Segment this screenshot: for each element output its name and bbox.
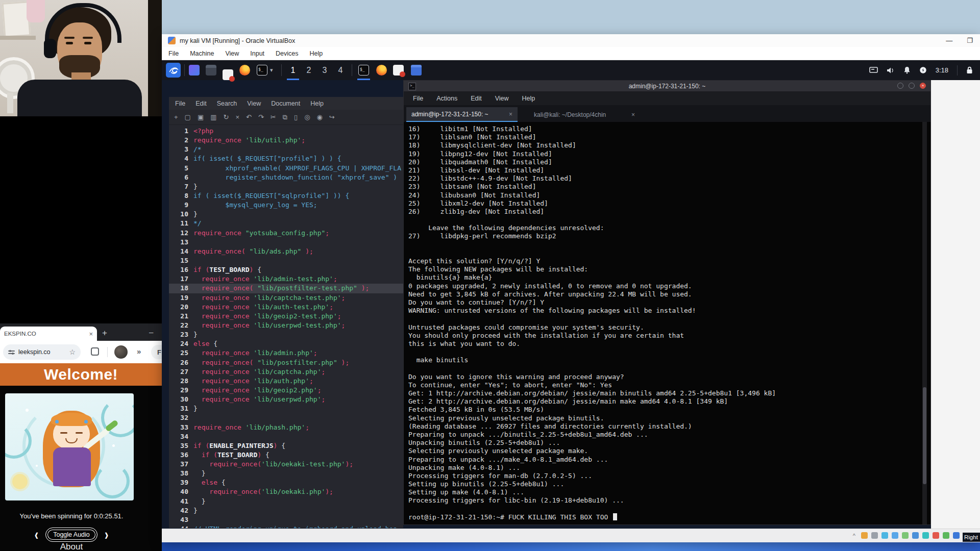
code-line-23[interactable]: 23} [169,330,403,339]
editor-toolbar-search-icon[interactable]: ◎ [304,113,310,121]
clipped-toolbar-button[interactable]: F [151,345,162,359]
app-launcher-icon[interactable] [189,65,200,76]
code-line-41[interactable]: 41 } [169,497,403,506]
vbox-menu-view[interactable]: View [225,50,239,57]
code-line-20[interactable]: 20 require_once 'lib/auth-test.php'; [169,303,403,312]
terminal-menu-file[interactable]: File [413,95,423,102]
vbox-menu-help[interactable]: Help [310,50,323,57]
editor-toolbar-paste-icon[interactable]: ▯ [294,113,298,121]
window-button-editor[interactable] [393,65,404,76]
code-line-4[interactable]: 4if( isset( $_REQUEST["profile"] ) ) { [169,154,403,163]
extensions-icon[interactable] [91,347,99,356]
code-line-44[interactable]: 44// HTML rendering unique to imgboard a… [169,524,403,528]
previous-arrow-button[interactable]: ‹ [35,527,38,543]
editor-toolbar-revert-icon[interactable]: ↻ [223,113,229,121]
text-editor-icon[interactable] [223,69,233,80]
code-line-26[interactable]: 26 require_once( "lib/postfilter.php" ); [169,358,403,367]
editor-toolbar-save-icon[interactable]: ▣ [198,113,204,121]
terminal-tab-kali[interactable]: kali@kali: ~/Desktop/4chin × [529,107,640,122]
terminal-scrollbar[interactable] [922,122,927,524]
workspace-4[interactable]: 4 [333,60,348,80]
terminal-minimize-button[interactable] [897,83,903,89]
code-line-35[interactable]: 35if (ENABLE_PAINTERJS) { [169,441,403,450]
code-line-12[interactable]: 12require_once "yotsuba_config.php"; [169,229,403,238]
browser-minimize-button[interactable]: – [149,328,153,336]
terminal-titlebar[interactable]: >_ admin@ip-172-31-21-150: ~ × [404,81,930,91]
code-line-32[interactable]: 32 [169,413,403,422]
overflow-chevron-icon[interactable]: » [137,347,141,356]
code-line-16[interactable]: 16if (TEST_BOARD) { [169,265,403,274]
vbox-recording-icon[interactable] [933,532,939,539]
editor-toolbar-replace-icon[interactable]: ◉ [317,113,323,121]
code-line-42[interactable]: 42} [169,506,403,515]
site-settings-icon[interactable] [8,349,15,355]
vbox-menu-devices[interactable]: Devices [276,50,298,57]
code-line-38[interactable]: 38 } [169,469,403,478]
code-line-18[interactable]: 18 require_once( "lib/postfilter-test.ph… [169,284,403,293]
terminal-prompt-line[interactable]: root@ip-172-31-21-150:~# FUCK KILLING TH… [408,513,930,521]
terminal-close-button[interactable]: × [920,83,926,89]
window-button-firefox[interactable] [376,65,387,76]
code-line-19[interactable]: 19 require_once 'lib/captcha-test.php'; [169,293,403,303]
vbox-network-icon[interactable] [892,532,898,539]
code-line-29[interactable]: 29 require_once 'lib/geoip2.php'; [169,386,403,395]
code-line-39[interactable]: 39 else { [169,478,403,487]
code-line-37[interactable]: 37 require_once('lib/oekaki-test.php'); [169,460,403,469]
code-line-30[interactable]: 30 require_once 'lib/userpwd.php'; [169,395,403,404]
code-line-9[interactable]: 9 $mysql_query_log = YES; [169,201,403,210]
bookmark-star-icon[interactable]: ☆ [69,348,76,356]
editor-menu-help[interactable]: Help [310,100,324,107]
code-line-13[interactable]: 13 [169,238,403,247]
file-manager-icon[interactable] [206,65,216,76]
scrollbar-thumb[interactable] [923,387,926,484]
volume-icon[interactable] [887,67,895,74]
code-line-14[interactable]: 14require_once( "lib/ads.php" ); [169,247,403,256]
code-line-33[interactable]: 33require_once 'lib/phash.php'; [169,423,403,432]
url-text[interactable]: leekspin.co [18,348,65,356]
vbox-sharedfolders-icon[interactable] [912,532,919,539]
terminal-launcher-icon[interactable]: $_ [257,65,267,76]
editor-menu-search[interactable]: Search [217,100,237,107]
code-line-15[interactable]: 15 [169,256,403,265]
launcher-dropdown-icon[interactable]: ▾ [270,67,273,73]
terminal-menu-actions[interactable]: Actions [436,95,457,102]
window-button-terminal[interactable]: $_ [358,65,369,76]
code-line-40[interactable]: 40 require_once('lib/oekaki.php'); [169,487,403,496]
code-line-6[interactable]: 6 register_shutdown_function( "xhprof_sa… [169,173,403,182]
new-tab-button[interactable]: + [102,329,107,337]
code-line-7[interactable]: 7} [169,182,403,191]
editor-toolbar-jump-icon[interactable]: ↪ [329,113,335,121]
terminal-menu-edit[interactable]: Edit [471,95,482,102]
address-bar[interactable]: leekspin.co ☆ [3,344,81,360]
code-line-34[interactable]: 34 [169,432,403,441]
editor-toolbar-cut-icon[interactable]: ✂ [271,113,276,121]
vbox-menu-machine[interactable]: Machine [190,50,214,57]
code-line-17[interactable]: 17 require_once 'lib/admin-test.php'; [169,274,403,284]
notifications-bell-icon[interactable] [903,66,911,74]
code-line-36[interactable]: 36 if (TEST_BOARD) { [169,450,403,460]
editor-toolbar-save-as-icon[interactable]: ▥ [210,113,216,121]
terminal-maximize-button[interactable] [909,83,915,89]
firefox-icon[interactable] [239,65,250,76]
code-line-10[interactable]: 10} [169,210,403,219]
code-line-11[interactable]: 11*/ [169,219,403,228]
editor-menu-document[interactable]: Document [271,100,300,107]
code-line-1[interactable]: 1<?php [169,127,403,136]
vbox-maximize-button[interactable]: ❐ [967,37,973,44]
code-line-5[interactable]: 5 xhprof_enable( XHPROF_FLAGS_CPU | XHPR… [169,164,403,173]
code-area[interactable]: 1<?php2require_once 'lib/util.php';3/*4i… [169,125,403,528]
browser-tab-leekspin[interactable]: EKSPIN.CO × [0,327,97,341]
code-line-28[interactable]: 28 require_once 'lib/auth.php'; [169,377,403,386]
editor-toolbar-copy-icon[interactable]: ⧉ [283,113,287,121]
code-line-27[interactable]: 27 require_once 'lib/captcha.php'; [169,367,403,377]
kali-menu-button[interactable] [166,63,181,78]
terminal-menu-help[interactable]: Help [522,95,535,102]
workspace-1[interactable]: 1 [286,60,300,80]
terminal-menu-view[interactable]: View [495,95,509,102]
code-line-22[interactable]: 22 require_once 'lib/userpwd-test.php'; [169,321,403,330]
workspace-2[interactable]: 2 [302,60,316,80]
tab-close-icon[interactable]: × [509,111,512,118]
power-status-icon[interactable] [919,66,927,74]
terminal-output[interactable]: 16) libitm1 [Not Installed]17) liblsan0 … [404,122,930,524]
editor-toolbar-close-icon[interactable]: × [235,113,239,121]
